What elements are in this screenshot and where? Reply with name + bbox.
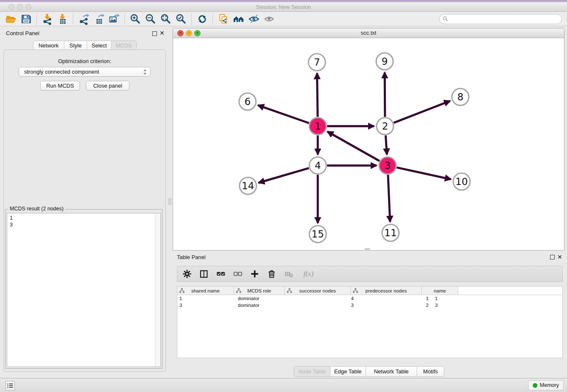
zoom-in-button[interactable] [128,13,143,25]
hide-selected-button[interactable] [246,13,261,25]
delete-table-icon [284,269,293,279]
zoom-out-icon [145,13,157,25]
delete-table-button[interactable] [283,268,294,279]
column-label: predecessor nodes [366,288,407,293]
control-panel-float-icon[interactable] [152,31,157,36]
zoom-out-button[interactable] [143,13,158,25]
graphics-details-button[interactable] [261,13,277,25]
column-header-predecessor-nodes[interactable]: predecessor nodes [351,287,422,295]
mcds-result-textarea[interactable]: 13 [7,213,161,367]
import-network-button[interactable] [40,13,55,25]
export-network-icon [78,13,90,25]
run-mcds-button[interactable]: Run MCDS [40,81,80,91]
edge-3-10[interactable] [396,168,451,179]
hide-selected-icon [248,13,260,25]
delete-row-button[interactable] [266,268,277,279]
tab-network[interactable]: Network [33,41,64,50]
task-history-button[interactable] [6,381,15,390]
network-view-titlebar[interactable]: ✕ − + scc.txt [173,28,564,38]
table-panel-float-icon[interactable] [550,255,555,259]
cell-shared-name[interactable]: 3 [177,302,236,309]
function-builder-button[interactable]: f(x) [300,268,317,279]
cell-predecessor-nodes[interactable]: 2 [358,302,433,309]
mcds-result-title: MCDS result (2 nodes) [8,206,65,212]
edge-3-11[interactable] [388,175,390,222]
cell-predecessor-nodes[interactable]: 1 [358,295,433,302]
export-image-button[interactable] [107,13,122,25]
import-table-button[interactable] [55,13,70,25]
hierarchy-icon [179,288,184,293]
edge-3-1[interactable] [328,132,380,161]
first-neighbors-icon [233,13,245,25]
column-header-name[interactable]: name [422,287,458,295]
network-canvas[interactable]: 1234678910111415 [173,38,564,251]
criterion-select[interactable]: strongly connected component [19,67,151,77]
network-resize-grip[interactable] [365,248,370,251]
table-toolbar: f(x) [177,266,563,282]
duplicate-network-button[interactable] [216,13,231,25]
node-label-15: 15 [311,229,324,240]
tab-mcds[interactable]: MCDS [111,41,136,50]
table-panel-close-icon[interactable]: ✕ [557,254,562,260]
tab-network-table[interactable]: Network Table [366,367,417,376]
add-row-button[interactable] [249,268,260,279]
optimization-criterion-label: Optimization criterion: [3,58,166,64]
zoom-selected-icon [175,13,187,25]
table-row[interactable]: 1dominator411 [177,295,562,302]
select-all-button[interactable] [215,268,226,279]
save-session-button[interactable] [19,13,34,25]
tab-motifs[interactable]: Motifs [417,367,444,376]
node-label-6: 6 [245,96,251,107]
export-network-button[interactable] [76,13,91,25]
export-table-button[interactable] [91,13,107,25]
cell-mcds-role[interactable]: dominator [236,302,288,309]
cell-successor-nodes[interactable]: 4 [288,295,358,302]
hierarchy-icon [236,288,241,293]
settings-button[interactable] [182,268,193,279]
edge-1-7[interactable] [317,73,317,117]
zoom-fit-button[interactable] [158,13,173,25]
open-file-button[interactable] [3,13,19,25]
column-header-successor-nodes[interactable]: successor nodes [285,287,351,295]
tab-node-table[interactable]: Node Table [294,367,330,376]
search-input[interactable] [439,14,562,24]
control-panel-close-icon[interactable]: ✕ [160,30,165,36]
result-scrollbar[interactable] [155,213,160,367]
zoom-selected-button[interactable] [173,13,189,25]
edge-1-6[interactable] [258,105,309,123]
cell-shared-name[interactable]: 1 [177,295,236,302]
deselect-all-button[interactable] [232,268,243,279]
node-label-10: 10 [455,176,468,187]
node-label-8: 8 [457,91,464,102]
memory-button[interactable]: Memory [528,380,564,390]
zoom-fit-icon [160,13,172,25]
close-panel-button[interactable]: Close panel [86,81,129,91]
edge-4-14[interactable] [259,168,309,183]
edge-2-3[interactable] [385,135,387,155]
tab-select[interactable]: Select [87,41,111,50]
mcds-result-values: 13 [7,213,160,229]
table-header-row: shared nameMCDS rolesuccessor nodesprede… [177,287,562,295]
table-row[interactable]: 3dominator323 [177,302,562,309]
edge-2-9[interactable] [385,72,385,117]
edge-2-8[interactable] [394,101,450,123]
tab-style[interactable]: Style [64,41,87,50]
column-header-shared-name[interactable]: shared name [177,287,234,295]
cell-name[interactable]: 3 [433,302,471,309]
node-table: shared nameMCDS rolesuccessor nodesprede… [177,286,563,358]
cell-mcds-role[interactable]: dominator [236,295,288,302]
table-panel-title: Table Panel [177,254,206,260]
cell-successor-nodes[interactable]: 3 [288,302,358,309]
chevron-up-down-icon [143,69,147,75]
network-view-title: scc.txt [173,30,564,36]
columns-button[interactable] [198,268,209,279]
hierarchy-icon [287,288,292,293]
panel-splitter-grip[interactable] [168,198,171,205]
delete-row-icon [267,269,276,279]
column-header-mcds-role[interactable]: MCDS role [234,287,285,295]
cell-name[interactable]: 1 [433,295,471,302]
node-label-14: 14 [242,180,254,191]
first-neighbors-button[interactable] [231,13,246,25]
refresh-button[interactable] [195,13,210,25]
tab-edge-table[interactable]: Edge Table [330,367,366,376]
